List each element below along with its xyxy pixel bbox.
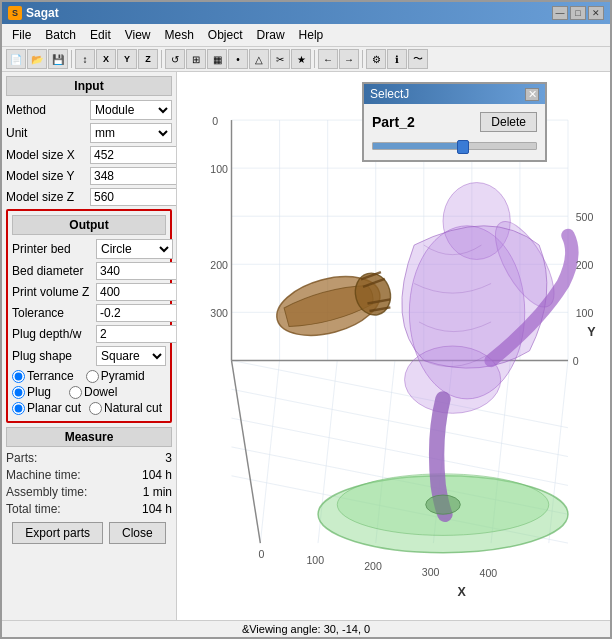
toolbar-open[interactable]: 📂: [27, 49, 47, 69]
dialog-title-text: SelectJ: [370, 87, 409, 101]
tolerance-row: Tolerance: [12, 304, 166, 322]
menu-mesh[interactable]: Mesh: [159, 26, 200, 44]
toolbar-info[interactable]: ℹ: [387, 49, 407, 69]
dialog-title-bar: SelectJ ✕: [364, 84, 545, 104]
bottom-buttons: Export parts Close: [6, 522, 172, 544]
toolbar-scale[interactable]: ⊞: [186, 49, 206, 69]
model-size-z-row: Model size Z: [6, 188, 172, 206]
svg-text:300: 300: [422, 566, 440, 578]
toolbar-point[interactable]: •: [228, 49, 248, 69]
bed-diameter-label: Bed diameter: [12, 264, 92, 278]
svg-text:100: 100: [576, 307, 594, 319]
viewport[interactable]: 0 100 200 300 0 100 200 300 400 X 0 100 …: [177, 72, 610, 620]
unit-label: Unit: [6, 126, 86, 140]
assembly-time-value: 1 min: [143, 485, 172, 499]
menu-draw[interactable]: Draw: [251, 26, 291, 44]
toolbar-wave[interactable]: 〜: [408, 49, 428, 69]
radio-terrance-label[interactable]: Terrance: [12, 369, 74, 383]
svg-text:100: 100: [210, 163, 228, 175]
menu-edit[interactable]: Edit: [84, 26, 117, 44]
parts-value: 3: [165, 451, 172, 465]
toolbar-select[interactable]: △: [249, 49, 269, 69]
radio-planar-cut-label[interactable]: Planar cut: [12, 401, 81, 415]
input-section-title: Input: [6, 76, 172, 96]
tolerance-input[interactable]: [96, 304, 177, 322]
menu-bar: File Batch Edit View Mesh Object Draw He…: [2, 24, 610, 47]
radio-planar-cut[interactable]: [12, 402, 25, 415]
menu-object[interactable]: Object: [202, 26, 249, 44]
output-section: Output Printer bed Circle Rectangle Bed …: [6, 209, 172, 423]
dialog-slider-thumb[interactable]: [457, 140, 469, 154]
radio-pyramid-label[interactable]: Pyramid: [86, 369, 145, 383]
output-section-title: Output: [12, 215, 166, 235]
radio-dowel[interactable]: [69, 386, 82, 399]
svg-point-33: [405, 346, 501, 413]
radio-pyramid[interactable]: [86, 370, 99, 383]
unit-select[interactable]: mm: [90, 123, 172, 143]
menu-view[interactable]: View: [119, 26, 157, 44]
toolbar-arrow-left[interactable]: ←: [318, 49, 338, 69]
radio-plug[interactable]: [12, 386, 25, 399]
unit-row: Unit mm: [6, 123, 172, 143]
toolbar-mesh[interactable]: ▦: [207, 49, 227, 69]
window-title: Sagat: [26, 6, 59, 20]
menu-help[interactable]: Help: [293, 26, 330, 44]
toolbar-new[interactable]: 📄: [6, 49, 26, 69]
plug-shape-row: Plug shape Square: [12, 346, 166, 366]
dialog-close-button[interactable]: ✕: [525, 88, 539, 101]
model-size-z-input[interactable]: [90, 188, 177, 206]
radio-plug-row: Plug Dowel: [12, 385, 166, 399]
radio-natural-cut-label[interactable]: Natural cut: [89, 401, 162, 415]
select-dialog: SelectJ ✕ Part_2 Delete: [362, 82, 547, 162]
toolbar-star[interactable]: ★: [291, 49, 311, 69]
model-size-x-input[interactable]: [90, 146, 177, 164]
method-select[interactable]: Module: [90, 100, 172, 120]
menu-file[interactable]: File: [6, 26, 37, 44]
dialog-delete-button[interactable]: Delete: [480, 112, 537, 132]
close-button-main[interactable]: Close: [109, 522, 166, 544]
toolbar-sep-2: [161, 50, 162, 68]
radio-natural-cut[interactable]: [89, 402, 102, 415]
toolbar-cut[interactable]: ✂: [270, 49, 290, 69]
parts-label: Parts:: [6, 451, 37, 465]
svg-text:200: 200: [576, 259, 594, 271]
svg-text:200: 200: [364, 560, 382, 572]
svg-text:500: 500: [576, 211, 594, 223]
toolbar-z[interactable]: Z: [138, 49, 158, 69]
minimize-button[interactable]: —: [552, 6, 568, 20]
bed-diameter-input[interactable]: [96, 262, 177, 280]
model-size-y-row: Model size Y: [6, 167, 172, 185]
toolbar-x[interactable]: X: [96, 49, 116, 69]
printer-bed-select[interactable]: Circle Rectangle: [96, 239, 173, 259]
model-size-y-input[interactable]: [90, 167, 177, 185]
maximize-button[interactable]: □: [570, 6, 586, 20]
printer-bed-label: Printer bed: [12, 242, 92, 256]
toolbar-rotate[interactable]: ↺: [165, 49, 185, 69]
toolbar-sep-3: [314, 50, 315, 68]
plug-depth-input[interactable]: [96, 325, 177, 343]
toolbar-arrow-right[interactable]: →: [339, 49, 359, 69]
toolbar-settings[interactable]: ⚙: [366, 49, 386, 69]
radio-terrance[interactable]: [12, 370, 25, 383]
toolbar-save[interactable]: 💾: [48, 49, 68, 69]
toolbar-cursor[interactable]: ↕: [75, 49, 95, 69]
plug-shape-select[interactable]: Square: [96, 346, 166, 366]
radio-dowel-label[interactable]: Dowel: [69, 385, 117, 399]
assembly-time-label: Assembly time:: [6, 485, 87, 499]
export-parts-button[interactable]: Export parts: [12, 522, 103, 544]
dialog-slider-container[interactable]: [372, 140, 537, 152]
menu-batch[interactable]: Batch: [39, 26, 82, 44]
svg-point-34: [426, 495, 461, 514]
printer-bed-row: Printer bed Circle Rectangle: [12, 239, 166, 259]
svg-text:0: 0: [573, 355, 579, 367]
plug-depth-label: Plug depth/w: [12, 327, 92, 341]
print-volume-z-input[interactable]: [96, 283, 177, 301]
dialog-slider[interactable]: [372, 142, 537, 150]
close-button[interactable]: ✕: [588, 6, 604, 20]
svg-text:Y: Y: [587, 325, 596, 339]
svg-text:X: X: [457, 585, 466, 599]
model-size-x-label: Model size X: [6, 148, 86, 162]
radio-plug-label[interactable]: Plug: [12, 385, 51, 399]
toolbar-y[interactable]: Y: [117, 49, 137, 69]
status-bar: &Viewing angle: 30, -14, 0: [2, 620, 610, 637]
